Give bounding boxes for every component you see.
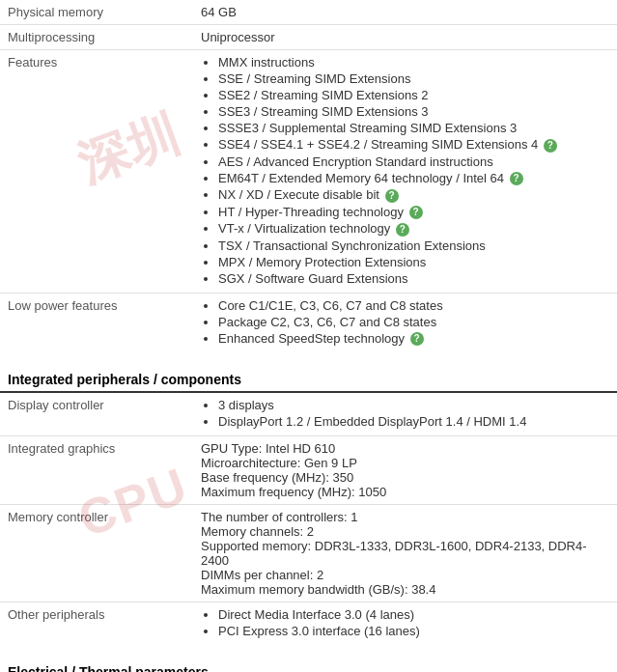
table-row: Integrated graphics GPU Type: Intel HD 6… xyxy=(0,436,617,505)
memory-ctrl-line: Supported memory: DDR3L-1333, DDR3L-1600… xyxy=(201,539,609,568)
features-list: MMX instructions SSE / Streaming SIMD Ex… xyxy=(201,55,609,286)
value-physical-memory: 64 GB xyxy=(193,0,617,25)
list-item: Enhanced SpeedStep technology ? xyxy=(218,331,609,347)
section-title-electrical: Electrical / Thermal parameters xyxy=(0,650,617,672)
list-item: 3 displays xyxy=(218,398,609,412)
table-row: Multiprocessing Uniprocessor xyxy=(0,25,617,50)
value-integrated-graphics: GPU Type: Intel HD 610 Microarchitecture… xyxy=(193,436,617,505)
peripherals-list: Direct Media Interface 3.0 (4 lanes) PCI… xyxy=(201,607,609,638)
list-item: MPX / Memory Protection Extensions xyxy=(218,255,609,269)
table-row: Features MMX instructions SSE / Streamin… xyxy=(0,50,617,294)
label-display-controller: Display controller xyxy=(0,392,193,436)
label-integrated-graphics: Integrated graphics xyxy=(0,436,193,505)
graphics-line: GPU Type: Intel HD 610 xyxy=(201,441,609,456)
section-header-electrical: Electrical / Thermal parameters xyxy=(0,650,617,672)
list-item: SSE3 / Streaming SIMD Extensions 3 xyxy=(218,104,609,119)
display-list: 3 displays DisplayPort 1.2 / Embedded Di… xyxy=(201,398,609,429)
graphics-line: Base frequency (MHz): 350 xyxy=(201,470,609,485)
help-icon[interactable]: ? xyxy=(544,139,557,153)
label-multiprocessing: Multiprocessing xyxy=(0,25,193,50)
list-item: VT-x / Virtualization technology ? xyxy=(218,221,609,237)
list-item: SSE / Streaming SIMD Extensions xyxy=(218,71,609,86)
help-icon[interactable]: ? xyxy=(410,332,424,346)
list-item: NX / XD / Execute disable bit ? xyxy=(218,187,609,203)
label-physical-memory: Physical memory xyxy=(0,0,193,25)
value-memory-controller: The number of controllers: 1 Memory chan… xyxy=(193,505,617,602)
memory-ctrl-line: The number of controllers: 1 xyxy=(201,510,609,524)
label-features: Features xyxy=(0,50,193,294)
graphics-line: Microarchitecture: Gen 9 LP xyxy=(201,456,609,470)
memory-ctrl-line: DIMMs per channel: 2 xyxy=(201,568,609,582)
graphics-line: Maximum frequency (MHz): 1050 xyxy=(201,485,609,499)
value-display-controller: 3 displays DisplayPort 1.2 / Embedded Di… xyxy=(193,392,617,436)
table-row: Physical memory 64 GB xyxy=(0,0,617,25)
table-row: Display controller 3 displays DisplayPor… xyxy=(0,392,617,436)
value-other-peripherals: Direct Media Interface 3.0 (4 lanes) PCI… xyxy=(193,602,617,651)
list-item: DisplayPort 1.2 / Embedded DisplayPort 1… xyxy=(218,414,609,429)
label-low-power: Low power features xyxy=(0,293,193,357)
list-item: SSSE3 / Supplemental Streaming SIMD Exte… xyxy=(218,121,609,135)
list-item: MMX instructions xyxy=(218,55,609,70)
memory-ctrl-line: Maximum memory bandwidth (GB/s): 38.4 xyxy=(201,582,609,597)
label-memory-controller: Memory controller xyxy=(0,505,193,602)
section-header-integrated: Integrated peripherals / components xyxy=(0,357,617,392)
help-icon[interactable]: ? xyxy=(409,206,423,219)
help-icon[interactable]: ? xyxy=(385,189,399,203)
list-item: SSE4 / SSE4.1 + SSE4.2 / Streaming SIMD … xyxy=(218,137,609,153)
list-item: PCI Express 3.0 interface (16 lanes) xyxy=(218,624,609,638)
help-icon[interactable]: ? xyxy=(396,223,409,237)
table-row: Other peripherals Direct Media Interface… xyxy=(0,602,617,651)
list-item: TSX / Transactional Synchronization Exte… xyxy=(218,238,609,253)
table-row: Memory controller The number of controll… xyxy=(0,505,617,602)
list-item: Direct Media Interface 3.0 (4 lanes) xyxy=(218,607,609,622)
list-item: SSE2 / Streaming SIMD Extensions 2 xyxy=(218,88,609,102)
value-features: MMX instructions SSE / Streaming SIMD Ex… xyxy=(193,50,617,294)
section-title-integrated: Integrated peripherals / components xyxy=(0,357,617,392)
list-item: SGX / Software Guard Extensions xyxy=(218,271,609,286)
list-item: Package C2, C3, C6, C7 and C8 states xyxy=(218,315,609,329)
value-low-power: Core C1/C1E, C3, C6, C7 and C8 states Pa… xyxy=(193,293,617,357)
help-icon[interactable]: ? xyxy=(510,172,523,185)
memory-table: Physical memory 64 GB Multiprocessing Un… xyxy=(0,0,617,672)
memory-ctrl-line: Memory channels: 2 xyxy=(201,524,609,539)
page-wrapper: 深圳 CPU Physical memory 64 GB Multiproces… xyxy=(0,0,617,672)
list-item: EM64T / Extended Memory 64 technology / … xyxy=(218,171,609,186)
table-row: Low power features Core C1/C1E, C3, C6, … xyxy=(0,293,617,357)
low-power-list: Core C1/C1E, C3, C6, C7 and C8 states Pa… xyxy=(201,298,609,347)
value-multiprocessing: Uniprocessor xyxy=(193,25,617,50)
list-item: Core C1/C1E, C3, C6, C7 and C8 states xyxy=(218,298,609,313)
list-item: AES / Advanced Encryption Standard instr… xyxy=(218,154,609,169)
list-item: HT / Hyper-Threading technology ? xyxy=(218,205,609,220)
label-other-peripherals: Other peripherals xyxy=(0,602,193,651)
